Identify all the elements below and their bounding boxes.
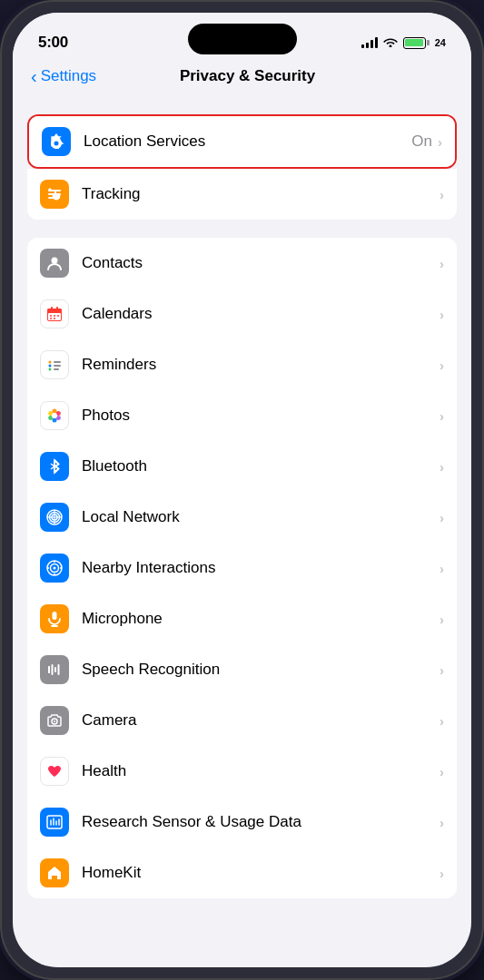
dynamic-island bbox=[188, 24, 297, 54]
svg-rect-50 bbox=[48, 666, 50, 673]
svg-point-13 bbox=[50, 315, 52, 317]
homekit-chevron: › bbox=[440, 866, 444, 881]
calendars-icon: ··· bbox=[40, 299, 69, 328]
volume-up-button[interactable] bbox=[0, 238, 1, 301]
content: Location Services On › bbox=[13, 96, 471, 967]
reminders-label: Reminders bbox=[82, 356, 440, 374]
nearby-interactions-icon bbox=[40, 554, 69, 583]
svg-rect-23 bbox=[54, 368, 59, 370]
calendars-chevron: › bbox=[440, 307, 444, 322]
homekit-icon bbox=[40, 858, 69, 887]
camera-item[interactable]: Camera › bbox=[27, 695, 457, 746]
microphone-item[interactable]: Microphone › bbox=[27, 593, 457, 644]
photos-icon bbox=[40, 401, 69, 430]
microphone-icon bbox=[40, 604, 69, 633]
svg-point-14 bbox=[54, 315, 55, 317]
local-network-chevron: › bbox=[440, 510, 444, 525]
privacy-items-section: Contacts › ··· bbox=[27, 238, 457, 898]
svg-rect-48 bbox=[54, 667, 56, 672]
health-icon bbox=[40, 757, 69, 786]
svg-rect-8 bbox=[47, 311, 62, 313]
speech-recognition-label: Speech Recognition bbox=[82, 661, 440, 679]
svg-rect-49 bbox=[58, 664, 60, 675]
homekit-label: HomeKit bbox=[82, 864, 440, 882]
tracking-label: Tracking bbox=[82, 185, 440, 203]
bluetooth-label: Bluetooth bbox=[82, 457, 440, 475]
svg-point-52 bbox=[54, 720, 55, 722]
research-sensor-label: Research Sensor & Usage Data bbox=[82, 813, 440, 831]
camera-chevron: › bbox=[440, 713, 444, 729]
location-services-section: Location Services On › bbox=[27, 114, 457, 169]
back-chevron-icon: ‹ bbox=[31, 67, 37, 85]
wifi-icon bbox=[383, 35, 398, 50]
homekit-item[interactable]: HomeKit › bbox=[27, 848, 457, 898]
location-services-icon bbox=[42, 127, 71, 156]
contacts-chevron: › bbox=[440, 256, 444, 271]
camera-label: Camera bbox=[82, 711, 440, 730]
research-sensor-item[interactable]: Research Sensor & Usage Data › bbox=[27, 797, 457, 848]
svg-point-20 bbox=[49, 368, 52, 371]
svg-point-30 bbox=[52, 413, 57, 418]
phone-frame: 5:00 2 bbox=[0, 0, 484, 980]
camera-icon bbox=[40, 706, 69, 735]
health-label: Health bbox=[82, 762, 440, 780]
svg-point-38 bbox=[54, 567, 56, 570]
tracking-icon bbox=[40, 180, 69, 209]
svg-point-16 bbox=[50, 318, 52, 319]
contacts-label: Contacts bbox=[82, 254, 440, 272]
tracking-item[interactable]: Tracking › bbox=[27, 169, 457, 220]
location-services-item[interactable]: Location Services On › bbox=[29, 116, 455, 167]
bluetooth-item[interactable]: Bluetooth › bbox=[27, 441, 457, 492]
nearby-interactions-chevron: › bbox=[440, 561, 444, 576]
battery-percentage: 24 bbox=[435, 37, 446, 48]
svg-point-24 bbox=[53, 409, 57, 414]
svg-point-19 bbox=[49, 365, 52, 368]
local-network-icon bbox=[40, 503, 69, 532]
photos-item[interactable]: Photos › bbox=[27, 390, 457, 441]
page-title: Privacy & Security bbox=[96, 67, 399, 85]
local-network-item[interactable]: Local Network › bbox=[27, 492, 457, 543]
location-services-value: On bbox=[411, 132, 432, 151]
speech-recognition-icon bbox=[40, 655, 69, 684]
speech-recognition-item[interactable]: Speech Recognition › bbox=[27, 644, 457, 695]
status-time: 5:00 bbox=[38, 34, 68, 52]
screen: 5:00 2 bbox=[13, 13, 471, 967]
svg-point-15 bbox=[57, 315, 59, 317]
photos-chevron: › bbox=[440, 408, 444, 424]
location-services-chevron: › bbox=[438, 134, 442, 150]
bluetooth-chevron: › bbox=[440, 459, 444, 475]
location-services-label: Location Services bbox=[84, 132, 411, 151]
svg-rect-10 bbox=[51, 307, 53, 310]
status-icons: 24 bbox=[361, 35, 446, 50]
research-sensor-chevron: › bbox=[440, 815, 444, 830]
back-button[interactable]: ‹ Settings bbox=[31, 67, 96, 85]
microphone-label: Microphone bbox=[82, 610, 440, 628]
back-label: Settings bbox=[41, 67, 96, 85]
volume-down-button[interactable] bbox=[0, 315, 1, 378]
calendars-label: Calendars bbox=[82, 305, 440, 323]
svg-rect-21 bbox=[54, 361, 61, 363]
battery-icon bbox=[403, 37, 430, 49]
tracking-chevron: › bbox=[440, 187, 444, 202]
signal-bars bbox=[361, 37, 378, 48]
nearby-interactions-item[interactable]: Nearby Interactions › bbox=[27, 543, 457, 593]
reminders-chevron: › bbox=[440, 358, 444, 373]
reminders-item[interactable]: Reminders › bbox=[27, 339, 457, 390]
research-sensor-icon bbox=[40, 808, 69, 837]
nearby-interactions-label: Nearby Interactions bbox=[82, 559, 440, 577]
svg-point-27 bbox=[53, 418, 57, 423]
status-bar: 5:00 2 bbox=[13, 13, 471, 60]
health-item[interactable]: Health › bbox=[27, 746, 457, 797]
health-chevron: › bbox=[440, 764, 444, 779]
svg-point-17 bbox=[54, 318, 55, 319]
contacts-item[interactable]: Contacts › bbox=[27, 238, 457, 289]
calendars-item[interactable]: ··· Calendars › bbox=[27, 289, 457, 339]
contacts-icon bbox=[40, 249, 69, 278]
svg-point-5 bbox=[52, 258, 58, 264]
svg-rect-11 bbox=[56, 307, 58, 310]
nav-header: ‹ Settings Privacy & Security bbox=[13, 60, 471, 96]
svg-rect-43 bbox=[53, 612, 57, 620]
svg-point-0 bbox=[54, 142, 59, 146]
photos-label: Photos bbox=[82, 407, 440, 425]
local-network-label: Local Network bbox=[82, 508, 440, 526]
